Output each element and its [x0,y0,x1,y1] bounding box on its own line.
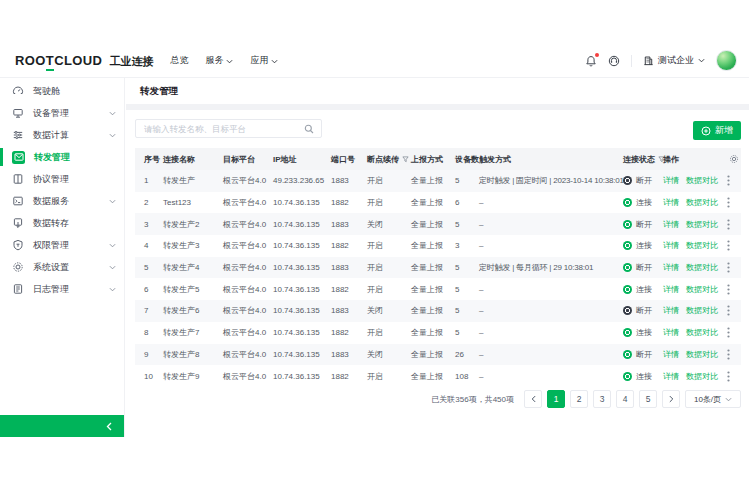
cell-actions: 详情数据对比 [663,240,729,251]
org-name: 测试企业 [658,54,694,67]
detail-link[interactable]: 详情 [663,262,679,273]
chevron-left-icon [106,422,112,431]
sidebar-item-2[interactable]: 数据计算 [0,124,124,146]
filter-icon[interactable] [402,156,409,163]
cell-report: 全量上报 [411,219,455,230]
cell-platform: 根云平台4.0 [223,240,273,251]
cell-no: 3 [135,220,163,229]
page-button-3[interactable]: 3 [593,390,611,408]
page-button-4[interactable]: 4 [616,390,634,408]
data-compare-link[interactable]: 数据对比 [686,349,718,360]
detail-link[interactable]: 详情 [663,219,679,230]
detail-link[interactable]: 详情 [663,327,679,338]
nav-item-0[interactable]: 总览 [170,54,188,67]
data-compare-link[interactable]: 数据对比 [686,219,718,230]
status-label: 断开 [636,262,652,273]
search-input[interactable] [136,124,304,134]
detail-link[interactable]: 详情 [663,371,679,382]
cell-port: 1883 [331,220,367,229]
data-compare-link[interactable]: 数据对比 [686,175,718,186]
avatar[interactable] [716,50,737,71]
next-page-button[interactable] [662,390,680,408]
prev-page-button[interactable] [524,390,542,408]
page-title-bar: 转发管理 [126,78,749,104]
chevron-down-icon [109,287,116,292]
search-icon[interactable] [304,124,314,134]
sidebar-item-1[interactable]: 设备管理 [0,102,124,124]
cell-ip: 10.74.36.135 [273,285,331,294]
sidebar-item-label: 数据转存 [33,217,116,230]
nav-item-label: 总览 [170,54,188,67]
more-actions-kebab-icon[interactable] [727,219,730,230]
sidebar-item-6[interactable]: 数据转存 [0,212,124,234]
cell-actions: 详情数据对比 [663,262,729,273]
column-settings-gear-icon[interactable] [729,154,741,164]
data-compare-link[interactable]: 数据对比 [686,197,718,208]
org-switcher[interactable]: 测试企业 [643,54,705,67]
plus-circle-icon [701,126,711,136]
data-compare-link[interactable]: 数据对比 [686,305,718,316]
compute-icon [12,129,24,141]
forward-icon [12,151,25,164]
page-button-2[interactable]: 2 [570,390,588,408]
cell-no: 4 [135,241,163,250]
sidebar-item-9[interactable]: 日志管理 [0,278,124,300]
page-button-5[interactable]: 5 [639,390,657,408]
chevron-down-icon [109,111,116,116]
cell-devices: 6 [455,198,479,207]
column-label: 端口号 [331,154,355,165]
more-actions-kebab-icon[interactable] [727,327,730,338]
more-actions-kebab-icon[interactable] [727,175,730,186]
sidebar-item-4[interactable]: 协议管理 [0,168,124,190]
detail-link[interactable]: 详情 [663,175,679,186]
cell-resume: 开启 [367,240,411,251]
add-button[interactable]: 新增 [693,121,741,140]
sidebar-item-3[interactable]: 转发管理 [0,146,124,168]
data-compare-link[interactable]: 数据对比 [686,262,718,273]
data-compare-link[interactable]: 数据对比 [686,327,718,338]
sidebar-item-7[interactable]: 权限管理 [0,234,124,256]
sidebar-item-0[interactable]: 驾驶舱 [0,80,124,102]
detail-link[interactable]: 详情 [663,240,679,251]
more-actions-kebab-icon[interactable] [727,262,730,273]
detail-link[interactable]: 详情 [663,284,679,295]
cell-port: 1882 [331,198,367,207]
cell-name: Test123 [163,198,223,207]
more-actions-kebab-icon[interactable] [727,349,730,360]
data-compare-link[interactable]: 数据对比 [686,284,718,295]
detail-link[interactable]: 详情 [663,197,679,208]
page-button-1[interactable]: 1 [547,390,565,408]
more-actions-kebab-icon[interactable] [727,305,730,316]
cell-status: 断开 [623,349,663,360]
sidebar-collapse-button[interactable] [0,415,124,437]
column-label: 操作 [663,154,679,165]
notification-bell-icon[interactable] [585,55,597,67]
support-icon[interactable] [608,55,620,67]
more-actions-kebab-icon[interactable] [727,240,730,251]
cell-actions: 详情数据对比 [663,349,729,360]
cell-report: 全量上报 [411,284,455,295]
page-size-select[interactable]: 10条/页 [685,390,741,408]
data-compare-link[interactable]: 数据对比 [686,240,718,251]
column-header-7: 设备数 [455,154,479,165]
detail-link[interactable]: 详情 [663,305,679,316]
data-compare-link[interactable]: 数据对比 [686,371,718,382]
cell-status: 连接 [623,197,663,208]
cell-actions: 详情数据对比 [663,219,729,230]
more-actions-kebab-icon[interactable] [727,371,730,382]
status-label: 连接 [636,240,652,251]
more-actions-kebab-icon[interactable] [727,197,730,208]
cell-trigger: – [479,350,623,359]
status-label: 连接 [636,284,652,295]
column-label: IP地址 [273,154,297,165]
column-header-3: IP地址 [273,154,331,165]
notification-badge [595,53,599,57]
nav-item-1[interactable]: 服务 [205,54,233,67]
detail-link[interactable]: 详情 [663,349,679,360]
cell-ip: 10.74.36.135 [273,328,331,337]
cell-actions: 详情数据对比 [663,327,729,338]
nav-item-2[interactable]: 应用 [250,54,278,67]
sidebar-item-8[interactable]: 系统设置 [0,256,124,278]
sidebar-item-5[interactable]: 数据服务 [0,190,124,212]
more-actions-kebab-icon[interactable] [727,284,730,295]
